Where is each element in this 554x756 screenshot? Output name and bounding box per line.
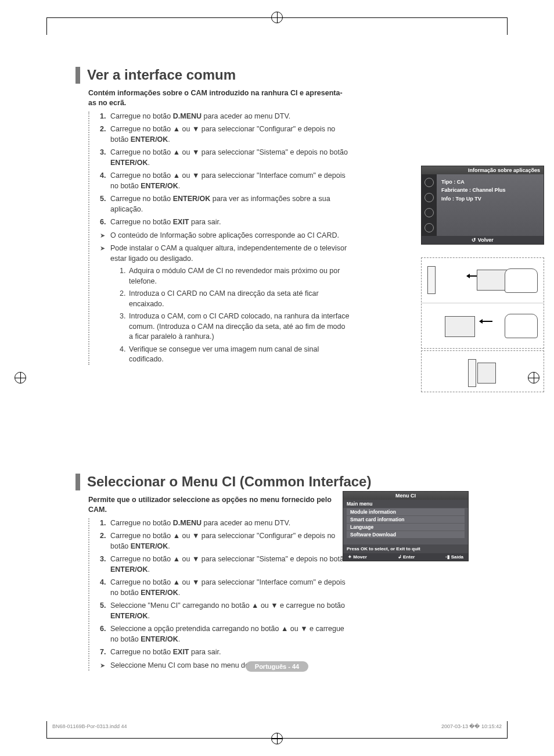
step-item: 1.Carregue no botão D.MENU para aceder a… [100, 518, 350, 529]
osd-footer: ↺ Volver [422, 236, 544, 244]
osd-move-hint: ✦ Mover [348, 554, 367, 560]
imprint-date: 2007-03-13 �� 10:15:42 [441, 723, 502, 729]
osd-hint: Press OK to select, or Exit to quit [343, 544, 468, 553]
registration-mark-icon [15, 372, 26, 384]
cam-icon [477, 363, 496, 384]
card-icon [477, 270, 507, 291]
osd-info: Info : Top Up TV [441, 195, 539, 203]
crop-mark [507, 721, 508, 739]
step-item: 5.Carregue no botão ENTER/OK para ver as… [100, 194, 350, 214]
osd-exit-hint: ⋅▮ Saída [445, 554, 463, 560]
section-intro: Contém informações sobre o CAM introduzi… [88, 88, 344, 108]
hand-icon [505, 314, 538, 338]
substep-item: 2.Introduza o CI CARD no CAM na direcção… [120, 289, 350, 309]
osd-icon-column [422, 174, 437, 236]
note-item: O conteúdo de Informação sobre aplicaçõe… [100, 231, 350, 241]
page-number: Português - 44 [246, 661, 308, 672]
arrow-left-icon [480, 321, 492, 322]
step-item: 2.Carregue no botão ▲ ou ▼ para seleccio… [100, 531, 350, 551]
step-item: 3.Carregue no botão ▲ ou ▼ para seleccio… [100, 148, 350, 168]
step-item: 3.Carregue no botão ▲ ou ▼ para seleccio… [100, 554, 350, 575]
note-item: Pode instalar o CAM a qualquer altura, i… [100, 243, 350, 365]
cam-inserted-diagram [421, 350, 544, 392]
osd-menu-item: Module information [347, 508, 465, 515]
step-item: 2.Carregue no botão ▲ ou ▼ para seleccio… [100, 124, 350, 145]
osd-info-column: Tipo : CA Fabricante : Channel Plus Info… [437, 174, 544, 236]
step-item: 7.Carregue no botão EXIT para sair. [100, 647, 350, 658]
section-title-text: Seleccionar o Menu CI (Common Interface) [87, 474, 371, 489]
imprint: BN68-01169B-Por-0313.indd 44 2007-03-13 … [52, 723, 502, 729]
osd-menu-item: Language [347, 524, 465, 531]
osd-menu-item: Smart card information [347, 516, 465, 523]
section-title: Ver a interface comum [75, 67, 479, 84]
substep-item: 4.Verifique se consegue ver uma imagem n… [120, 345, 350, 365]
slot-icon [468, 359, 476, 387]
section-title-text: Ver a interface comum [87, 67, 236, 83]
osd-title: Menu CI [343, 492, 468, 500]
page-footer: Português - 44 [0, 661, 554, 672]
osd-title: Informação sobre aplicações [422, 166, 544, 174]
osd-footer: ✦ Mover ↲ Enter ⋅▮ Saída [343, 553, 468, 561]
osd-manufacturer: Fabricante : Channel Plus [441, 186, 539, 194]
registration-mark-icon [271, 733, 283, 744]
steps-list: 1.Carregue no botão D.MENU para aceder a… [88, 112, 350, 365]
imprint-file: BN68-01169B-Por-0313.indd 44 [52, 723, 127, 729]
sound-icon [425, 223, 434, 232]
gear-icon [425, 208, 434, 217]
globe-icon [425, 178, 434, 187]
section-intro: Permite que o utilizador seleccione as o… [88, 495, 344, 515]
cam-icon [445, 316, 475, 337]
crop-mark [46, 721, 47, 739]
cam-install-diagram [421, 257, 544, 349]
step-item: 4.Carregue no botão ▲ ou ▼ para seleccio… [100, 171, 350, 191]
osd-menu-item: Software Download [347, 531, 465, 538]
hand-icon [505, 268, 538, 293]
step-item: 6.Seleccione a opção pretendida carregan… [100, 624, 350, 644]
osd-enter-hint: ↲ Enter [398, 554, 415, 560]
step-item: 5.Seleccione "Menu CI" carregando no bot… [100, 601, 350, 621]
slot-icon [427, 266, 436, 294]
crop-mark [46, 17, 47, 35]
substep-item: 1.Adquira o módulo CAM de CI no revended… [120, 266, 350, 286]
osd-app-info: Informação sobre aplicações Tipo : CA Fa… [421, 166, 544, 245]
crop-mark [507, 17, 508, 35]
picture-icon [425, 193, 434, 202]
step-item: 4.Carregue no botão ▲ ou ▼ para seleccio… [100, 578, 350, 598]
osd-type: Tipo : CA [441, 178, 539, 186]
osd-main-menu: Main menu [343, 500, 468, 508]
section-title: Seleccionar o Menu CI (Common Interface) [75, 474, 479, 490]
osd-menu-ci: Menu CI Main menu Module informationSmar… [343, 491, 469, 561]
registration-mark-icon [271, 12, 283, 23]
step-item: 6.Carregue no botão EXIT para sair. [100, 217, 350, 228]
step-item: 1.Carregue no botão D.MENU para aceder a… [100, 112, 350, 122]
substep-item: 3.Introduza o CAM, com o CI CARD colocad… [120, 311, 350, 342]
steps-list: 1.Carregue no botão D.MENU para aceder a… [88, 518, 350, 671]
